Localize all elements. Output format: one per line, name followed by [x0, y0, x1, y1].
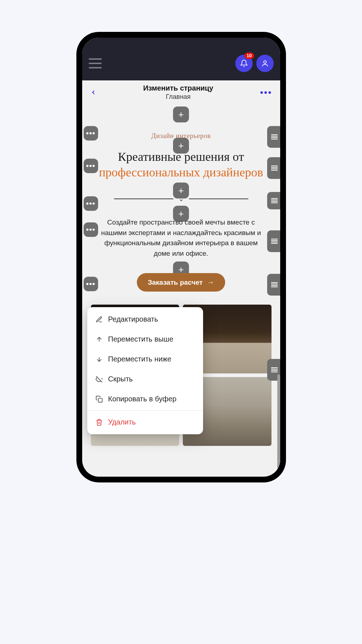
block-drag-handle[interactable] [267, 192, 280, 209]
block-paragraph: ••• Создайте пространство своей мечты вм… [82, 216, 280, 263]
menu-delete-label: Удалить [108, 418, 136, 426]
block-drag-handle[interactable] [267, 157, 280, 179]
block-drag-handle[interactable] [267, 274, 280, 296]
hero-title: Креативные решения от профессиональных д… [85, 146, 277, 181]
edit-icon [95, 316, 103, 323]
drag-icon [271, 134, 278, 139]
drag-icon [271, 239, 278, 244]
page-title: Изменить страницу [97, 84, 260, 92]
menu-hide[interactable]: Скрыть [87, 369, 203, 389]
sub-header-center: Изменить страницу Главная [97, 84, 260, 101]
block-context-menu: Редактировать Переместить выше Перемести… [87, 307, 203, 434]
arrow-up-icon [95, 336, 103, 343]
phone-frame: 10 Изменить страницу Главная ••• + [77, 33, 285, 482]
block-title: ••• Креативные решения от профессиональн… [82, 146, 280, 186]
sub-header: Изменить страницу Главная ••• [82, 80, 280, 103]
menu-copy[interactable]: Копировать в буфер [87, 389, 203, 409]
copy-icon [95, 396, 103, 403]
block-options-button[interactable]: ••• [84, 126, 98, 141]
drag-icon [271, 166, 278, 171]
user-icon [261, 59, 269, 67]
drag-icon [271, 367, 278, 372]
separator: ⌄ [85, 192, 277, 206]
appbar-right: 10 [235, 55, 274, 72]
notifications-button[interactable]: 10 [235, 55, 253, 72]
block-options-button[interactable]: ••• [84, 159, 98, 173]
back-button[interactable] [90, 87, 97, 98]
app-bar: 10 [82, 38, 280, 80]
notification-badge: 10 [244, 53, 254, 59]
cta-label: Заказать расчет [148, 279, 203, 287]
menu-copy-label: Копировать в буфер [108, 395, 177, 403]
screen: 10 Изменить страницу Главная ••• + [82, 38, 280, 477]
drag-icon [271, 282, 278, 287]
profile-button[interactable] [256, 55, 274, 72]
chevron-left-icon [90, 87, 97, 98]
page-subtitle: Главная [97, 93, 260, 101]
block-separator: ••• ⌄ [82, 192, 280, 208]
arrow-down-icon [95, 356, 103, 363]
block-cta: ••• Заказать расчет → [82, 268, 280, 298]
block-eyebrow: ••• Дизайн интерьеров [82, 124, 280, 144]
menu-hide-label: Скрыть [108, 375, 133, 383]
bell-icon [240, 59, 248, 67]
eye-off-icon [95, 376, 103, 383]
menu-move-up-label: Переместить выше [108, 335, 173, 343]
hero-paragraph: Создайте пространство своей мечты вместе… [85, 216, 277, 260]
block-options-button[interactable]: ••• [84, 277, 98, 291]
menu-edit[interactable]: Редактировать [87, 309, 203, 329]
block-drag-handle[interactable] [267, 230, 280, 252]
chevron-down-icon: ⌄ [178, 195, 184, 203]
menu-move-down-label: Переместить ниже [108, 355, 172, 363]
cta-button[interactable]: Заказать расчет → [137, 273, 225, 292]
add-block-button[interactable]: + [173, 106, 189, 122]
cta-row: Заказать расчет → [85, 268, 277, 298]
hero-eyebrow: Дизайн интерьеров [85, 124, 277, 140]
block-options-button[interactable]: ••• [84, 222, 98, 237]
hero-title-line2: профессиональных дизайнеров [99, 166, 263, 179]
menu-move-up[interactable]: Переместить выше [87, 329, 203, 349]
arrow-right-icon: → [207, 278, 214, 287]
menu-separator [87, 410, 203, 411]
svg-rect-4 [98, 398, 102, 402]
menu-delete[interactable]: Удалить [87, 412, 203, 432]
menu-button[interactable] [89, 58, 102, 68]
more-options-button[interactable]: ••• [260, 87, 272, 98]
menu-move-down[interactable]: Переместить ниже [87, 349, 203, 369]
block-options-button[interactable]: ••• [84, 196, 98, 211]
drag-icon [271, 198, 278, 203]
menu-edit-label: Редактировать [108, 315, 158, 323]
trash-icon [95, 419, 103, 426]
block-drag-handle[interactable] [267, 126, 280, 148]
svg-point-0 [264, 61, 266, 63]
hero-title-line1: Креативные решения от [118, 150, 244, 163]
scrollbar-thumb[interactable] [277, 375, 280, 469]
